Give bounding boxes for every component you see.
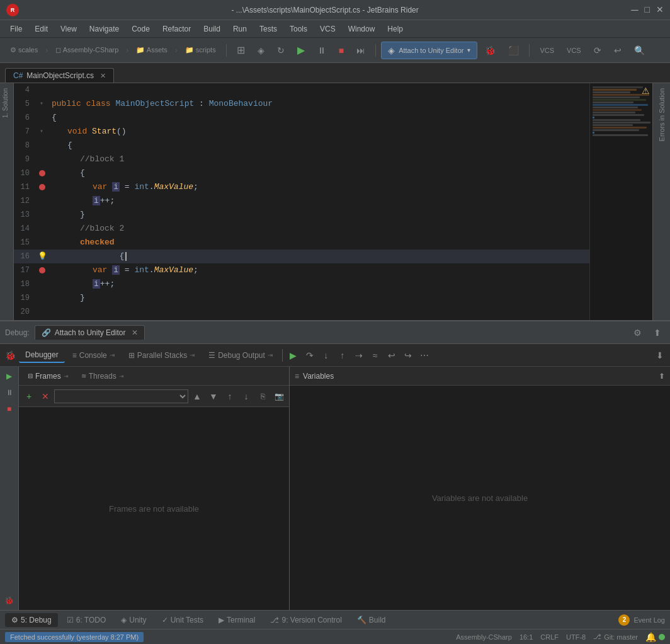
menu-tests[interactable]: Tests (254, 23, 282, 35)
toolbar-grid-icon[interactable]: ⊞ (232, 42, 250, 59)
debug-run-to-cursor-btn[interactable]: ⇢ (351, 348, 366, 363)
frames-up-btn[interactable]: ▲ (190, 389, 205, 404)
code-editor[interactable]: 4 5 ▾ public class MainObjectScript : Mo… (14, 83, 589, 320)
event-log-label[interactable]: Event Log (633, 616, 665, 624)
bottom-tab-unity[interactable]: ◈ Unity (115, 613, 152, 627)
debug-more-btn[interactable]: ⋯ (417, 348, 432, 363)
debug-session-close[interactable]: ✕ (132, 328, 138, 337)
debug-step-into-btn[interactable]: ↓ (319, 348, 334, 363)
frames-select[interactable] (54, 389, 188, 403)
toolbar-play-button[interactable]: ▶ (292, 42, 310, 59)
toolbar-record-icon[interactable]: ⬛ (503, 42, 524, 59)
debug-tab-console[interactable]: ≡ Console ⇥ (66, 348, 121, 362)
toolbar-stop-button[interactable]: ■ (334, 42, 349, 59)
toolbar-step-button[interactable]: ⏭ (351, 42, 370, 59)
restore-button[interactable]: □ (645, 4, 650, 16)
status-position[interactable]: 16:1 (520, 633, 533, 641)
menu-run[interactable]: Run (228, 23, 252, 35)
toolbar-unity-icon[interactable]: ◈ (253, 42, 270, 59)
debug-config-side-btn[interactable]: 🐞 (3, 594, 16, 607)
frames-tab[interactable]: ⊟ Frames ⇥ (23, 371, 74, 382)
toolbar-bug-icon[interactable]: 🐞 (480, 42, 501, 59)
debug-session-icon: 🔗 (42, 328, 51, 337)
menu-vcs[interactable]: VCS (315, 23, 341, 35)
toolbar-pause-button[interactable]: ⏸ (312, 42, 331, 59)
debug-return-btn[interactable]: ↩ (384, 348, 399, 363)
status-filetype[interactable]: Assembly-CSharp (456, 633, 512, 641)
menu-window[interactable]: Window (343, 23, 380, 35)
frames-copy-btn[interactable]: ⎘ (255, 389, 270, 404)
menu-build[interactable]: Build (198, 23, 225, 35)
status-encoding[interactable]: UTF-8 (566, 633, 586, 641)
breakpoint-17[interactable] (39, 267, 45, 273)
debug-step-over-btn[interactable]: ↷ (302, 348, 317, 363)
toolbar-search-icon[interactable]: 🔍 (629, 42, 650, 59)
minimap-content (590, 83, 652, 139)
status-vcs[interactable]: ⎇ Git: master (593, 633, 638, 641)
bottom-tab-vcs[interactable]: ⎇ 9: Version Control (264, 613, 348, 627)
debug-pause-side-btn[interactable]: ⏸ (3, 386, 16, 400)
status-fetch[interactable]: Fetched successfully (yesterday 8:27 PM) (5, 632, 144, 642)
attach-dropdown-icon: ▾ (467, 47, 470, 54)
bottom-tab-terminal[interactable]: ▶ Terminal (212, 613, 261, 627)
debug-tab-output[interactable]: ☰ Debug Output ⇥ (202, 348, 279, 362)
menu-tools[interactable]: Tools (285, 23, 312, 35)
debug-stop-side-btn[interactable]: ■ (3, 402, 16, 416)
bottom-tab-todo[interactable]: ☑ 6: TODO (60, 613, 113, 627)
bottom-tab-build[interactable]: 🔨 Build (351, 613, 392, 627)
toolbar-undo-icon[interactable]: ↩ (609, 42, 627, 59)
menu-edit[interactable]: Edit (30, 23, 53, 35)
close-button[interactable]: ✕ (656, 4, 664, 16)
minimize-button[interactable]: ─ (631, 4, 638, 16)
debug-jump-btn[interactable]: ↪ (400, 348, 416, 363)
editor-tab-main[interactable]: C# MainObjectScript.cs ✕ (5, 68, 114, 83)
menu-view[interactable]: View (55, 23, 82, 35)
fold-5[interactable]: ▾ (40, 97, 43, 111)
debug-settings-btn[interactable]: ⚙ (630, 325, 645, 340)
breadcrumb-assembly[interactable]: ◻ Assembly-CSharp (50, 42, 123, 59)
attach-to-unity-button[interactable]: ◈ Attach to Unity Editor ▾ (381, 42, 477, 59)
frames-action1-btn[interactable]: ↑ (222, 389, 237, 404)
solution-panel-label[interactable]: 1. Solution (0, 83, 13, 123)
breadcrumb-scripts[interactable]: 📁 scripts (180, 42, 221, 59)
frames-camera-btn[interactable]: 📷 (271, 389, 287, 404)
breakpoint-10[interactable] (39, 170, 45, 176)
menu-help[interactable]: Help (382, 23, 408, 35)
menu-code[interactable]: Code (127, 23, 155, 35)
editor-tab-bar: C# MainObjectScript.cs ✕ (0, 63, 670, 83)
menu-refactor[interactable]: Refactor (157, 23, 196, 35)
variables-expand-btn[interactable]: ⬆ (659, 372, 665, 381)
bulb-icon-16[interactable]: 💡 (38, 250, 47, 263)
notification-icon[interactable]: 🔔 (645, 632, 656, 642)
vcs-btn-2[interactable]: VCS (562, 42, 586, 59)
status-line-ending[interactable]: CRLF (540, 633, 559, 641)
debug-tab-parallel[interactable]: ⊞ Parallel Stacks ⇥ (122, 348, 201, 362)
frames-down-btn[interactable]: ▼ (206, 389, 221, 404)
breadcrumb-assets[interactable]: 📁 Assets (131, 42, 172, 59)
vcs-btn-1[interactable]: VCS (535, 42, 559, 59)
menu-file[interactable]: File (5, 23, 27, 35)
bottom-tab-debug[interactable]: ⚙ 5: Debug (5, 613, 58, 627)
errors-panel-label[interactable]: Errors in Solution (656, 83, 668, 146)
frames-action2-btn[interactable]: ↓ (239, 389, 254, 404)
toolbar-refresh-icon[interactable]: ↻ (272, 42, 290, 59)
debug-bug-btn[interactable]: 🐞 (3, 348, 18, 363)
breakpoint-11[interactable] (39, 184, 45, 190)
frames-remove-btn[interactable]: ✕ (38, 389, 53, 404)
menu-navigate[interactable]: Navigate (84, 23, 124, 35)
debug-eval-btn[interactable]: ≈ (368, 348, 383, 363)
debug-tab-debugger[interactable]: Debugger (19, 348, 65, 363)
debug-restore-btn[interactable]: ⬇ (652, 348, 667, 363)
debug-session-tab[interactable]: 🔗 Attach to Unity Editor ✕ (35, 325, 145, 340)
frames-add-btn[interactable]: + (21, 389, 37, 404)
toolbar-refresh2-icon[interactable]: ⟳ (589, 42, 606, 59)
breadcrumb-scales[interactable]: ⚙ scales (5, 42, 43, 59)
debug-resume-side-btn[interactable]: ▶ (3, 369, 16, 383)
debug-resume-btn[interactable]: ▶ (286, 348, 301, 363)
debug-maximize-btn[interactable]: ⬆ (650, 325, 665, 340)
threads-tab[interactable]: ≋ Threads ⇥ (76, 371, 129, 382)
fold-7[interactable]: ▾ (40, 125, 43, 139)
editor-tab-close[interactable]: ✕ (100, 72, 106, 80)
debug-step-out-btn[interactable]: ↑ (335, 348, 350, 363)
bottom-tab-tests[interactable]: ✓ Unit Tests (156, 613, 210, 627)
